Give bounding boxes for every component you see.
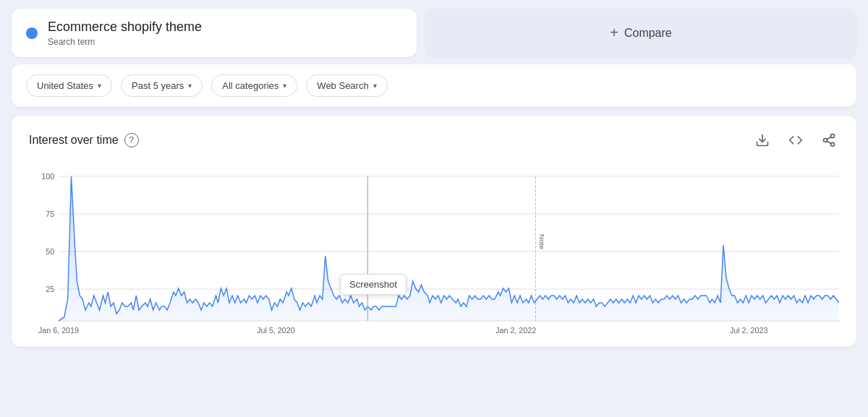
svg-text:Note: Note (538, 234, 546, 250)
svg-text:50: 50 (46, 247, 54, 256)
chart-title: Interest over time (29, 134, 119, 147)
chevron-down-icon: ▾ (283, 82, 286, 90)
chevron-down-icon: ▾ (188, 82, 192, 90)
svg-line-4 (827, 142, 831, 144)
category-filter-label: All categories (222, 80, 278, 91)
filters-section: United States ▾ Past 5 years ▾ All categ… (12, 64, 856, 107)
search-term-title: Ecommerce shopify theme (48, 19, 202, 35)
download-button[interactable] (752, 130, 773, 150)
search-term-dot (26, 27, 38, 39)
svg-text:100: 100 (41, 172, 54, 181)
category-filter[interactable]: All categories ▾ (211, 74, 297, 97)
embed-button[interactable] (786, 130, 806, 150)
svg-text:Jul 2, 2023: Jul 2, 2023 (730, 326, 767, 335)
svg-text:Jan 2, 2022: Jan 2, 2022 (495, 326, 536, 335)
search-term-label: Search term (48, 37, 202, 47)
compare-card[interactable]: + Compare (425, 9, 856, 57)
search-term-text: Ecommerce shopify theme Search term (48, 19, 202, 47)
svg-text:75: 75 (46, 210, 54, 218)
top-section: Ecommerce shopify theme Search term + Co… (0, 0, 868, 64)
time-range-filter-label: Past 5 years (132, 80, 184, 91)
search-type-filter-label: Web Search (317, 80, 368, 91)
time-range-filter[interactable]: Past 5 years ▾ (121, 74, 203, 97)
location-filter[interactable]: United States ▾ (26, 74, 112, 97)
chart-title-area: Interest over time ? (29, 133, 139, 147)
search-type-filter[interactable]: Web Search ▾ (306, 74, 387, 97)
chart-svg: 100 75 50 25 Note Jan 6, 2 (29, 162, 839, 335)
chart-actions (752, 130, 839, 150)
chevron-down-icon: ▾ (373, 82, 377, 90)
location-filter-label: United States (37, 80, 93, 91)
chevron-down-icon: ▾ (98, 82, 101, 90)
svg-text:25: 25 (46, 285, 54, 293)
search-term-card: Ecommerce shopify theme Search term (12, 9, 417, 57)
compare-label: Compare (624, 27, 672, 40)
share-button[interactable] (819, 130, 839, 150)
compare-plus-icon: + (610, 25, 618, 41)
chart-container: 100 75 50 25 Note Jan 6, 2 (29, 162, 839, 335)
help-icon[interactable]: ? (124, 133, 139, 147)
svg-text:Jan 6, 2019: Jan 6, 2019 (38, 326, 79, 335)
chart-section: Interest over time ? (12, 116, 856, 347)
chart-header: Interest over time ? (29, 130, 839, 150)
svg-text:Jul 5, 2020: Jul 5, 2020 (257, 326, 294, 335)
svg-line-5 (827, 137, 831, 139)
